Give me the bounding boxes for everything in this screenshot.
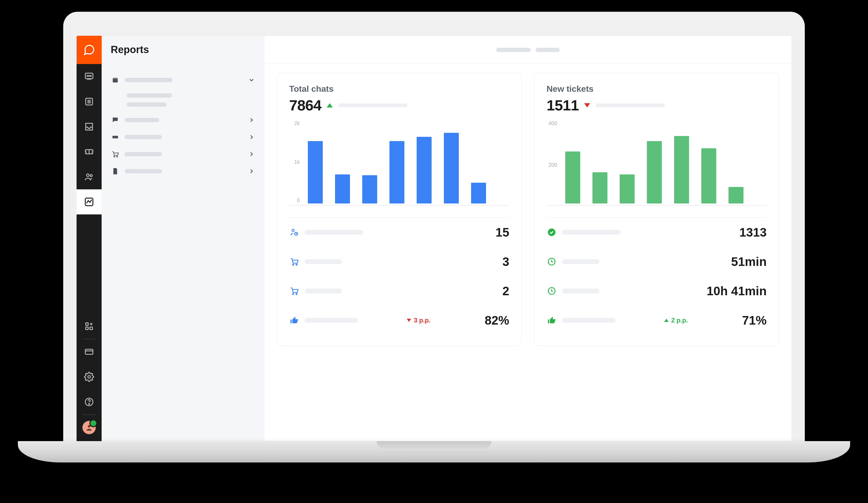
nav-list[interactable] bbox=[76, 89, 102, 114]
sidebar-item-ecommerce[interactable] bbox=[111, 146, 255, 163]
chat-bubble-icon bbox=[83, 44, 95, 56]
svg-point-21 bbox=[89, 404, 89, 404]
bar bbox=[390, 141, 404, 203]
y-tick: 200 bbox=[547, 162, 557, 168]
triangle-up-icon bbox=[664, 319, 669, 322]
card-new-tickets: New tickets 1511 400 200 bbox=[534, 73, 779, 346]
bar bbox=[728, 187, 743, 203]
avatar-icon bbox=[82, 421, 96, 434]
nav-team[interactable] bbox=[76, 164, 102, 189]
sidebar-date-subitems bbox=[111, 93, 255, 107]
metric-value: 10h 41min bbox=[706, 284, 767, 298]
nav-apps[interactable] bbox=[76, 314, 102, 339]
app-screen: Reports bbox=[76, 36, 792, 441]
metric-value: 1313 bbox=[740, 225, 767, 240]
bar bbox=[592, 172, 607, 203]
clock-icon bbox=[547, 286, 557, 296]
inbox-icon bbox=[84, 122, 94, 132]
metric-value: 2 bbox=[502, 284, 509, 298]
svg-point-2 bbox=[89, 75, 89, 76]
placeholder bbox=[125, 135, 162, 139]
nav-settings[interactable] bbox=[76, 364, 102, 389]
card-value: 7864 bbox=[289, 96, 321, 114]
placeholder bbox=[127, 102, 167, 107]
y-tick: 1k bbox=[289, 159, 300, 165]
cart-icon bbox=[289, 256, 299, 267]
placeholder bbox=[562, 318, 616, 323]
apps-add-icon bbox=[84, 321, 94, 331]
message-dots-icon bbox=[84, 72, 94, 82]
y-axis: 400 200 bbox=[547, 120, 557, 203]
card-title: New tickets bbox=[547, 84, 767, 94]
sidebar-item-date[interactable] bbox=[111, 72, 255, 88]
file-icon bbox=[111, 167, 120, 176]
nav-tickets[interactable] bbox=[76, 139, 102, 164]
ticket-icon bbox=[84, 147, 94, 157]
y-tick: 2k bbox=[289, 120, 300, 126]
nav-billing[interactable] bbox=[76, 339, 102, 364]
svg-point-28 bbox=[292, 229, 294, 232]
bar bbox=[565, 151, 580, 203]
bar bbox=[444, 133, 459, 203]
card-total-chats: Total chats 7864 2k 1k 0 bbox=[277, 73, 522, 346]
bar bbox=[647, 141, 662, 203]
bar bbox=[674, 136, 689, 204]
bar bbox=[417, 137, 432, 203]
bar bbox=[701, 148, 716, 203]
svg-point-32 bbox=[293, 293, 294, 294]
chart-total-chats: 2k 1k 0 bbox=[289, 120, 509, 206]
placeholder bbox=[562, 230, 621, 235]
svg-point-10 bbox=[90, 175, 92, 177]
laptop-base bbox=[18, 441, 850, 462]
sidebar-item-tickets[interactable] bbox=[111, 128, 255, 146]
chevron-down-icon bbox=[248, 76, 255, 83]
metric-satisfaction: 3 p.p. 82% bbox=[289, 306, 509, 335]
placeholder bbox=[338, 104, 407, 107]
chevron-right-icon bbox=[248, 117, 255, 124]
svg-point-31 bbox=[296, 264, 297, 265]
check-circle-icon bbox=[547, 227, 557, 237]
svg-rect-13 bbox=[86, 327, 88, 329]
thumbs-up-icon bbox=[547, 315, 557, 325]
svg-point-19 bbox=[88, 376, 91, 378]
cart-icon bbox=[111, 150, 120, 159]
svg-rect-17 bbox=[85, 349, 93, 355]
nav-inbox[interactable] bbox=[76, 114, 102, 139]
page-title: Reports bbox=[102, 36, 264, 64]
placeholder bbox=[496, 48, 531, 52]
chevron-right-icon bbox=[248, 134, 255, 140]
sidebar-item-chats[interactable] bbox=[111, 112, 255, 128]
svg-point-9 bbox=[87, 174, 89, 177]
brand-button[interactable] bbox=[76, 36, 102, 64]
svg-point-26 bbox=[114, 156, 115, 157]
reports-sidebar: Reports bbox=[102, 36, 264, 441]
trend-up-icon bbox=[327, 103, 333, 107]
nav-help[interactable] bbox=[76, 389, 102, 415]
help-icon bbox=[84, 397, 94, 407]
clock-icon bbox=[547, 256, 557, 267]
placeholder bbox=[536, 48, 560, 52]
credit-card-icon bbox=[84, 347, 94, 357]
metric-value: 71% bbox=[742, 313, 767, 327]
y-tick: 400 bbox=[547, 120, 557, 126]
message-icon bbox=[111, 115, 120, 125]
svg-point-30 bbox=[293, 264, 294, 265]
delta-up: 2 p.p. bbox=[664, 317, 688, 324]
screen-bezel: Reports bbox=[63, 12, 805, 441]
cart-icon bbox=[289, 286, 299, 296]
chevron-right-icon bbox=[248, 168, 255, 175]
bar bbox=[335, 175, 350, 203]
nav-chats[interactable] bbox=[76, 64, 102, 89]
placeholder bbox=[125, 78, 173, 82]
delta-down: 3 p.p. bbox=[407, 317, 431, 324]
gear-icon bbox=[84, 372, 94, 382]
svg-point-1 bbox=[87, 75, 88, 76]
sidebar-item-export[interactable] bbox=[111, 163, 255, 180]
nav-reports[interactable] bbox=[76, 189, 102, 214]
metric-value: 15 bbox=[496, 225, 509, 240]
card-value: 1511 bbox=[547, 96, 579, 114]
profile-menu[interactable] bbox=[82, 415, 96, 441]
placeholder bbox=[125, 169, 162, 174]
svg-rect-25 bbox=[113, 136, 118, 138]
metric-solved: 1313 bbox=[547, 218, 767, 247]
